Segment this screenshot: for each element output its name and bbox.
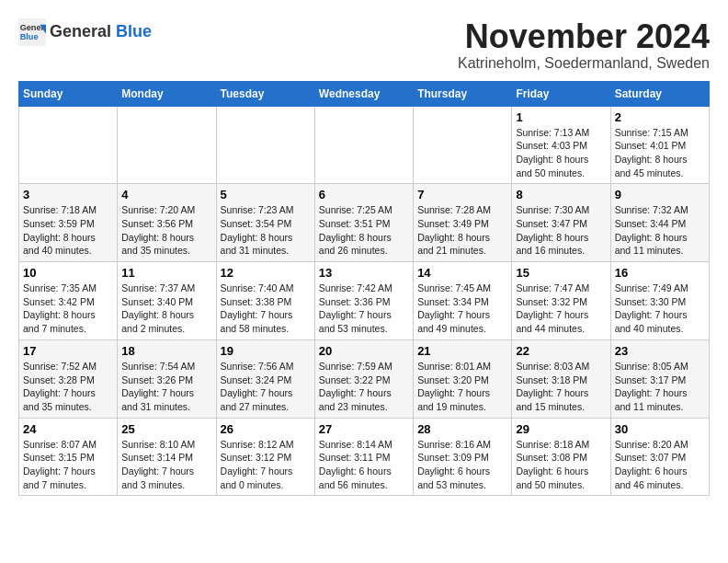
day-info: Sunrise: 7:28 AMSunset: 3:49 PMDaylight:… bbox=[417, 203, 507, 258]
day-info: Sunrise: 8:07 AMSunset: 3:15 PMDaylight:… bbox=[23, 438, 113, 492]
calendar-cell: 20 Sunrise: 7:59 AMSunset: 3:22 PMDaylig… bbox=[314, 339, 413, 418]
weekday-header-friday: Friday bbox=[512, 81, 610, 106]
day-number: 18 bbox=[121, 344, 211, 358]
calendar-cell: 22 Sunrise: 8:03 AMSunset: 3:18 PMDaylig… bbox=[512, 339, 610, 418]
weekday-header-monday: Monday bbox=[118, 81, 216, 106]
day-info: Sunrise: 7:45 AMSunset: 3:34 PMDaylight:… bbox=[417, 282, 507, 336]
calendar-cell: 24 Sunrise: 8:07 AMSunset: 3:15 PMDaylig… bbox=[19, 418, 118, 496]
day-info: Sunrise: 8:20 AMSunset: 3:07 PMDaylight:… bbox=[615, 438, 705, 492]
day-info: Sunrise: 7:35 AMSunset: 3:42 PMDaylight:… bbox=[23, 282, 113, 336]
day-number: 2 bbox=[615, 110, 705, 124]
calendar-cell: 26 Sunrise: 8:12 AMSunset: 3:12 PMDaylig… bbox=[216, 418, 314, 496]
day-number: 5 bbox=[221, 188, 311, 201]
day-info: Sunrise: 7:42 AMSunset: 3:36 PMDaylight:… bbox=[319, 282, 409, 336]
calendar-cell: 21 Sunrise: 8:01 AMSunset: 3:20 PMDaylig… bbox=[414, 339, 512, 418]
weekday-header-saturday: Saturday bbox=[610, 81, 709, 106]
calendar-cell: 13 Sunrise: 7:42 AMSunset: 3:36 PMDaylig… bbox=[314, 262, 413, 340]
calendar-week-row: 17 Sunrise: 7:52 AMSunset: 3:28 PMDaylig… bbox=[19, 339, 710, 418]
calendar-cell: 30 Sunrise: 8:20 AMSunset: 3:07 PMDaylig… bbox=[610, 418, 709, 496]
day-info: Sunrise: 8:03 AMSunset: 3:18 PMDaylight:… bbox=[516, 360, 606, 414]
day-number: 13 bbox=[319, 266, 409, 280]
calendar-cell: 18 Sunrise: 7:54 AMSunset: 3:26 PMDaylig… bbox=[118, 339, 216, 418]
day-number: 22 bbox=[516, 344, 606, 358]
calendar-cell: 23 Sunrise: 8:05 AMSunset: 3:17 PMDaylig… bbox=[610, 339, 709, 418]
month-title: November 2024 bbox=[458, 18, 710, 55]
logo-icon: General Blue bbox=[18, 18, 46, 46]
day-info: Sunrise: 8:14 AMSunset: 3:11 PMDaylight:… bbox=[319, 438, 409, 492]
page-header: General Blue General Blue November 2024 … bbox=[18, 18, 710, 72]
calendar-cell: 14 Sunrise: 7:45 AMSunset: 3:34 PMDaylig… bbox=[414, 262, 512, 340]
day-info: Sunrise: 7:32 AMSunset: 3:44 PMDaylight:… bbox=[615, 203, 705, 258]
calendar-cell: 4 Sunrise: 7:20 AMSunset: 3:56 PMDayligh… bbox=[118, 184, 216, 262]
day-info: Sunrise: 7:25 AMSunset: 3:51 PMDaylight:… bbox=[319, 203, 409, 258]
logo-general-text: General bbox=[50, 22, 111, 40]
day-info: Sunrise: 8:05 AMSunset: 3:17 PMDaylight:… bbox=[615, 360, 705, 414]
weekday-header-sunday: Sunday bbox=[19, 81, 118, 106]
day-info: Sunrise: 7:54 AMSunset: 3:26 PMDaylight:… bbox=[121, 360, 211, 414]
day-info: Sunrise: 7:40 AMSunset: 3:38 PMDaylight:… bbox=[221, 282, 311, 336]
day-number: 3 bbox=[23, 188, 113, 201]
calendar-cell: 1 Sunrise: 7:13 AMSunset: 4:03 PMDayligh… bbox=[512, 106, 610, 184]
day-number: 19 bbox=[221, 344, 311, 358]
calendar-cell: 29 Sunrise: 8:18 AMSunset: 3:08 PMDaylig… bbox=[512, 418, 610, 496]
weekday-header-thursday: Thursday bbox=[414, 81, 512, 106]
day-number: 30 bbox=[615, 422, 705, 436]
day-info: Sunrise: 7:30 AMSunset: 3:47 PMDaylight:… bbox=[516, 203, 606, 258]
day-number: 12 bbox=[221, 266, 311, 280]
calendar-cell: 12 Sunrise: 7:40 AMSunset: 3:38 PMDaylig… bbox=[216, 262, 314, 340]
calendar-cell: 25 Sunrise: 8:10 AMSunset: 3:14 PMDaylig… bbox=[118, 418, 216, 496]
calendar-cell: 6 Sunrise: 7:25 AMSunset: 3:51 PMDayligh… bbox=[314, 184, 413, 262]
day-number: 9 bbox=[615, 188, 705, 201]
day-number: 25 bbox=[121, 422, 211, 436]
calendar-cell: 2 Sunrise: 7:15 AMSunset: 4:01 PMDayligh… bbox=[610, 106, 709, 184]
calendar-week-row: 3 Sunrise: 7:18 AMSunset: 3:59 PMDayligh… bbox=[19, 184, 710, 262]
calendar-cell: 27 Sunrise: 8:14 AMSunset: 3:11 PMDaylig… bbox=[314, 418, 413, 496]
day-number: 28 bbox=[417, 422, 507, 436]
day-info: Sunrise: 8:18 AMSunset: 3:08 PMDaylight:… bbox=[516, 438, 606, 492]
calendar-cell: 9 Sunrise: 7:32 AMSunset: 3:44 PMDayligh… bbox=[610, 184, 709, 262]
day-number: 11 bbox=[121, 266, 211, 280]
calendar-cell: 28 Sunrise: 8:16 AMSunset: 3:09 PMDaylig… bbox=[414, 418, 512, 496]
svg-text:Blue: Blue bbox=[20, 32, 39, 41]
calendar-cell bbox=[19, 106, 118, 184]
day-number: 26 bbox=[221, 422, 311, 436]
day-number: 14 bbox=[417, 266, 507, 280]
calendar-cell bbox=[314, 106, 413, 184]
day-info: Sunrise: 7:37 AMSunset: 3:40 PMDaylight:… bbox=[121, 282, 211, 336]
calendar-cell: 7 Sunrise: 7:28 AMSunset: 3:49 PMDayligh… bbox=[414, 184, 512, 262]
day-info: Sunrise: 7:20 AMSunset: 3:56 PMDaylight:… bbox=[121, 203, 211, 258]
day-number: 24 bbox=[23, 422, 113, 436]
logo: General Blue General Blue bbox=[18, 18, 152, 46]
day-info: Sunrise: 7:52 AMSunset: 3:28 PMDaylight:… bbox=[23, 360, 113, 414]
logo-blue-text: Blue bbox=[116, 22, 152, 40]
day-number: 21 bbox=[417, 344, 507, 358]
day-info: Sunrise: 7:49 AMSunset: 3:30 PMDaylight:… bbox=[615, 282, 705, 336]
calendar-week-row: 1 Sunrise: 7:13 AMSunset: 4:03 PMDayligh… bbox=[19, 106, 710, 184]
weekday-header-tuesday: Tuesday bbox=[216, 81, 314, 106]
calendar-header-row: SundayMondayTuesdayWednesdayThursdayFrid… bbox=[19, 81, 710, 106]
day-number: 27 bbox=[319, 422, 409, 436]
day-number: 7 bbox=[417, 188, 507, 201]
day-number: 15 bbox=[516, 266, 606, 280]
day-info: Sunrise: 8:10 AMSunset: 3:14 PMDaylight:… bbox=[121, 438, 211, 492]
day-info: Sunrise: 8:01 AMSunset: 3:20 PMDaylight:… bbox=[417, 360, 507, 414]
location-title: Katrineholm, Soedermanland, Sweden bbox=[458, 55, 710, 72]
day-info: Sunrise: 7:15 AMSunset: 4:01 PMDaylight:… bbox=[615, 126, 705, 180]
day-number: 23 bbox=[615, 344, 705, 358]
day-number: 29 bbox=[516, 422, 606, 436]
day-number: 16 bbox=[615, 266, 705, 280]
calendar-cell: 19 Sunrise: 7:56 AMSunset: 3:24 PMDaylig… bbox=[216, 339, 314, 418]
calendar-cell: 3 Sunrise: 7:18 AMSunset: 3:59 PMDayligh… bbox=[19, 184, 118, 262]
calendar-week-row: 10 Sunrise: 7:35 AMSunset: 3:42 PMDaylig… bbox=[19, 262, 710, 340]
day-number: 4 bbox=[121, 188, 211, 201]
day-number: 17 bbox=[23, 344, 113, 358]
day-info: Sunrise: 7:23 AMSunset: 3:54 PMDaylight:… bbox=[221, 203, 311, 258]
day-number: 8 bbox=[516, 188, 606, 201]
calendar-cell bbox=[118, 106, 216, 184]
calendar-table: SundayMondayTuesdayWednesdayThursdayFrid… bbox=[18, 81, 710, 497]
day-number: 20 bbox=[319, 344, 409, 358]
calendar-cell: 16 Sunrise: 7:49 AMSunset: 3:30 PMDaylig… bbox=[610, 262, 709, 340]
day-info: Sunrise: 8:12 AMSunset: 3:12 PMDaylight:… bbox=[221, 438, 311, 492]
day-info: Sunrise: 7:47 AMSunset: 3:32 PMDaylight:… bbox=[516, 282, 606, 336]
day-number: 10 bbox=[23, 266, 113, 280]
